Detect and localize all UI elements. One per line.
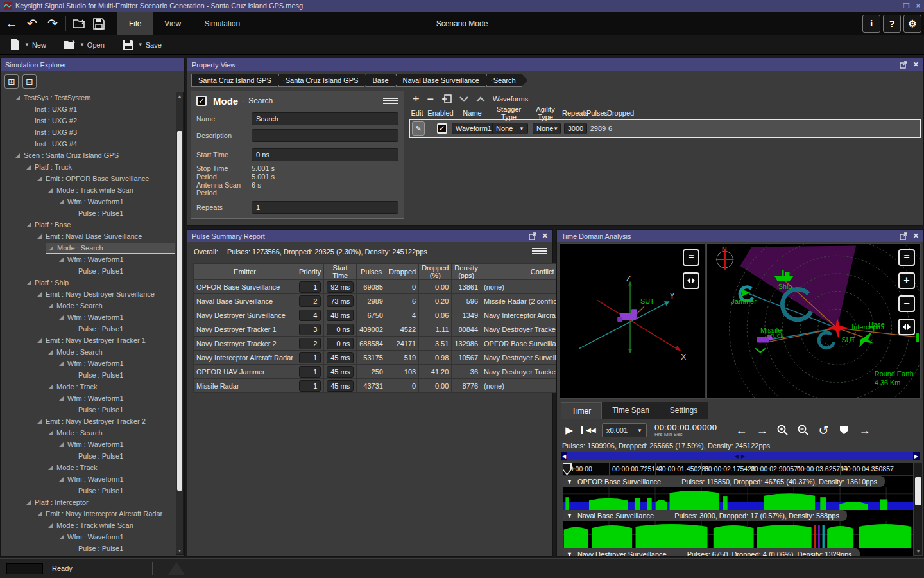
expander-icon[interactable] [48,188,53,193]
new-button[interactable]: New [32,41,46,49]
tree-item[interactable]: Mode : Track while Scan [1,184,175,196]
tree-item[interactable]: Platf : Ship [1,277,175,288]
description-input[interactable] [252,129,398,142]
timeline-ruler[interactable]: 00:00:0000:00:00.72514200:00:01.45028500… [563,463,913,476]
tree-item[interactable]: Pulse : Pulse1 [1,265,175,277]
breadcrumb-item[interactable]: Search [486,74,528,87]
track-header[interactable]: ▼OPFOR Base SurveillancePulses: 115850, … [563,476,913,487]
maximize-icon[interactable]: ❐ [903,2,910,10]
tree-item[interactable]: Wfm : Waveform1 [1,531,175,543]
close-icon[interactable]: ✕ [913,60,919,69]
view-menu-icon[interactable]: ≡ [683,249,699,266]
save-dropdown-icon[interactable]: ▼ [138,42,143,48]
zoom-in-button[interactable]: + [898,272,915,289]
tree-item[interactable]: Emit : Navy Destroyer Tracker 1 [1,335,175,346]
view-menu-icon[interactable]: ≡ [898,249,915,266]
tab-settings[interactable]: Settings [660,402,708,419]
tree-item[interactable]: Wfm : Waveform1 [1,254,175,265]
open-file-icon[interactable] [70,15,89,33]
tree-item[interactable]: Emit : Navy Destroyer Tracker 2 [1,416,175,427]
expander-icon[interactable] [48,350,53,355]
map-view[interactable]: N Ship Jammer Missile Truck Interceptor … [706,243,921,399]
expander-icon[interactable] [59,442,64,447]
tree-item[interactable]: Mode : Search [1,242,175,254]
summary-column-header[interactable]: Dropped (%) [419,264,452,280]
remove-waveform-icon[interactable]: − [427,92,434,106]
save-button[interactable]: Save [146,41,162,49]
name-input[interactable] [252,112,398,125]
explorer-scrollbar[interactable]: ▲ ▼ [176,92,184,555]
tab-timer[interactable]: Timer [561,402,602,419]
tree-item[interactable]: TestSys : TestSystem [1,92,175,103]
expander-icon[interactable] [59,258,64,262]
summary-column-header[interactable]: Pulses [357,264,386,280]
import-waveform-icon[interactable] [441,94,452,103]
expander-icon[interactable] [59,396,64,401]
expand-all-button[interactable]: ⊞ [4,74,19,89]
tree-item[interactable]: Platf : Base [1,219,175,231]
track-header[interactable]: ▼Navy Destroyer SurveillancePulses: 6750… [563,548,913,556]
expander-icon[interactable] [59,315,64,320]
expander-icon[interactable] [37,512,42,516]
edit-pencil-icon[interactable]: ✎ [412,121,425,136]
mode-enabled-checkbox[interactable]: ✓ [196,96,207,106]
zoom-out-time-icon[interactable] [794,422,811,439]
expander-icon[interactable] [26,223,31,227]
close-icon[interactable]: ✕ [913,232,919,240]
expander-icon[interactable] [15,153,20,158]
table-row[interactable]: Navy Destroyer Surveillance448 ms675040.… [194,308,604,322]
tree-item[interactable]: Pulse : Pulse1 [1,207,175,219]
settings-gear-icon[interactable]: ⚙ [903,15,921,33]
tree-item[interactable]: Platf : Truck [1,161,175,173]
start-time-input[interactable] [252,148,398,161]
help-button[interactable]: ? [883,15,901,33]
expander-icon[interactable] [59,477,64,482]
tree-item[interactable]: Mode : Search [1,300,175,311]
table-row[interactable]: OPFOR Base Surveillance192 ms6908500.001… [194,280,604,294]
breadcrumb-item[interactable]: Base [365,74,400,87]
waveform-enabled-checkbox[interactable]: ✓ [437,123,447,134]
zoom-out-button[interactable]: − [898,295,915,312]
expander-icon[interactable] [26,165,31,170]
tree-item[interactable]: Wfm : Waveform1 [1,311,175,323]
playhead-marker[interactable] [563,463,572,475]
tree-item[interactable]: Pulse : Pulse1 [1,404,175,416]
menu-tab-view[interactable]: View [153,12,193,35]
expander-icon[interactable] [59,362,64,366]
expander-icon[interactable] [37,419,42,424]
collapse-track-icon[interactable]: ▼ [567,478,572,485]
table-row[interactable]: Missile Radar145 ms4373100.008776(none) [194,379,604,393]
track-waveform[interactable] [563,521,913,548]
go-to-marker-icon[interactable]: → [856,422,873,439]
tree-item[interactable]: Emit : OPFOR Base Surveillance [1,173,175,184]
popout-icon[interactable] [900,61,907,69]
open-folder-icon[interactable] [62,37,78,53]
move-down-icon[interactable] [459,96,468,102]
close-icon[interactable]: ✕ [542,232,548,240]
breadcrumb-item[interactable]: Santa Cruz Island GPS [191,74,284,87]
3d-view[interactable]: Z Y X SUT ≡ [560,243,705,399]
waveform-row[interactable]: ✎ ✓ Waveform1 None▼ None▼ 3000 2989 6 [409,119,921,138]
summary-column-header[interactable]: Dropped [386,264,418,280]
tree-item[interactable]: Emit : Navy Interceptor Aircraft Radar [1,508,175,520]
tree-item[interactable]: Wfm : Waveform1 [1,439,175,450]
marker-icon[interactable] [835,422,852,439]
tab-time-span[interactable]: Time Span [602,402,660,419]
move-up-icon[interactable] [476,96,485,102]
minimize-icon[interactable]: − [893,2,896,10]
summary-column-header[interactable]: Emitter [194,264,296,280]
collapse-track-icon[interactable]: ▼ [567,551,572,556]
breadcrumb-item[interactable]: Santa Cruz Island GPS [278,74,371,87]
repeats-value[interactable]: 3000 [564,123,587,134]
step-forward-icon[interactable]: → [753,422,770,439]
form-menu-icon[interactable] [383,95,398,107]
add-waveform-icon[interactable]: + [413,92,420,106]
open-dropdown-icon[interactable]: ▼ [80,42,85,48]
table-row[interactable]: Naval Base Surveillance273 ms298960.2059… [194,294,604,308]
reset-time-icon[interactable]: ↺ [815,422,832,439]
track-header[interactable]: ▼Naval Base SurveillancePulses: 3000, Dr… [563,510,913,521]
popout-icon[interactable] [900,232,907,240]
zoom-in-time-icon[interactable] [774,422,791,439]
step-back-icon[interactable]: ← [733,422,749,439]
tree-item[interactable]: Inst : UXG #1 [1,103,175,115]
